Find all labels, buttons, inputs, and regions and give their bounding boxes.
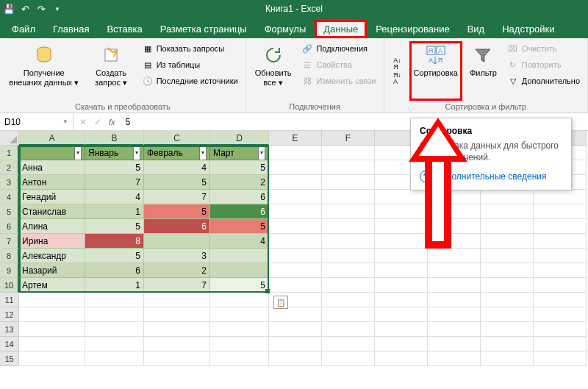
row-header[interactable]: 11 bbox=[0, 293, 19, 307]
cell[interactable] bbox=[481, 351, 534, 366]
cell[interactable] bbox=[322, 160, 375, 175]
cell[interactable] bbox=[481, 219, 534, 234]
cell[interactable] bbox=[19, 307, 85, 322]
row-header[interactable]: 8 bbox=[0, 249, 19, 263]
cell[interactable] bbox=[534, 337, 587, 351]
cell[interactable] bbox=[534, 234, 587, 249]
cell[interactable]: 3 bbox=[144, 249, 210, 263]
from-table-button[interactable]: ▤Из таблицы bbox=[139, 57, 241, 72]
cell[interactable] bbox=[375, 337, 428, 351]
cell[interactable] bbox=[481, 234, 534, 249]
cell[interactable]: 5 bbox=[144, 204, 210, 219]
tab-data[interactable]: Данные bbox=[315, 20, 367, 38]
cell[interactable] bbox=[375, 234, 428, 249]
cell[interactable] bbox=[269, 146, 322, 160]
cell[interactable] bbox=[85, 337, 144, 351]
cell[interactable]: Александр bbox=[19, 249, 85, 263]
cell[interactable] bbox=[322, 190, 375, 204]
cell[interactable] bbox=[144, 322, 210, 337]
cell[interactable] bbox=[85, 322, 144, 337]
redo-icon[interactable]: ↷ bbox=[35, 3, 47, 15]
cell[interactable] bbox=[481, 322, 534, 337]
connections-button[interactable]: 🔗Подключения bbox=[298, 41, 379, 56]
cell[interactable] bbox=[481, 307, 534, 322]
cell[interactable] bbox=[428, 263, 481, 278]
tab-file[interactable]: Файл bbox=[3, 20, 44, 38]
cell[interactable] bbox=[534, 322, 587, 337]
cell[interactable]: 7 bbox=[144, 278, 210, 293]
filter-dropdown-icon[interactable]: ▾ bbox=[133, 146, 140, 160]
cell[interactable] bbox=[269, 160, 322, 175]
table-header[interactable]: ▾ bbox=[19, 146, 85, 160]
row-header[interactable]: 10 bbox=[0, 278, 19, 293]
get-external-data-button[interactable]: Получение внешних данных ▾ bbox=[4, 41, 84, 101]
create-query-button[interactable]: Создать запрос ▾ bbox=[87, 41, 136, 101]
paste-options-icon[interactable]: 📋 bbox=[273, 296, 288, 309]
cell[interactable] bbox=[375, 249, 428, 263]
row-header[interactable]: 13 bbox=[0, 322, 19, 337]
cell[interactable] bbox=[269, 249, 322, 263]
cell[interactable]: 6 bbox=[210, 190, 269, 204]
tab-home[interactable]: Главная bbox=[44, 20, 98, 38]
cell[interactable] bbox=[322, 337, 375, 351]
enter-icon[interactable]: ✓ bbox=[94, 117, 101, 127]
cell[interactable] bbox=[144, 351, 210, 366]
cell[interactable]: 5 bbox=[210, 219, 269, 234]
row-header[interactable]: 4 bbox=[0, 190, 19, 204]
cell[interactable] bbox=[481, 293, 534, 307]
cell[interactable]: 1 bbox=[85, 204, 144, 219]
cell[interactable] bbox=[322, 175, 375, 190]
cell[interactable] bbox=[144, 337, 210, 351]
cell[interactable] bbox=[428, 219, 481, 234]
cell[interactable] bbox=[534, 249, 587, 263]
cell[interactable] bbox=[428, 278, 481, 293]
cell[interactable]: Алина bbox=[19, 219, 85, 234]
cell[interactable] bbox=[269, 307, 322, 322]
cell[interactable] bbox=[375, 219, 428, 234]
cell[interactable]: Назарий bbox=[19, 263, 85, 278]
col-header[interactable]: D bbox=[210, 131, 269, 146]
cell[interactable]: Станислав bbox=[19, 204, 85, 219]
cell[interactable] bbox=[144, 293, 210, 307]
cell[interactable] bbox=[428, 190, 481, 204]
cell[interactable]: 5 bbox=[85, 249, 144, 263]
cell[interactable] bbox=[428, 249, 481, 263]
cell[interactable]: 5 bbox=[210, 160, 269, 175]
cell[interactable] bbox=[144, 307, 210, 322]
cell[interactable] bbox=[269, 351, 322, 366]
cell[interactable]: 1 bbox=[85, 278, 144, 293]
recent-sources-button[interactable]: 🕓Последние источники bbox=[139, 74, 241, 88]
tab-addins[interactable]: Надстройки bbox=[493, 20, 563, 38]
col-header[interactable]: B bbox=[85, 131, 144, 146]
cell[interactable]: 6 bbox=[144, 219, 210, 234]
cell[interactable] bbox=[322, 219, 375, 234]
cell[interactable]: Ирина bbox=[19, 234, 85, 249]
cell[interactable] bbox=[322, 293, 375, 307]
row-header[interactable]: 14 bbox=[0, 337, 19, 351]
filter-dropdown-icon[interactable]: ▾ bbox=[199, 146, 207, 160]
cell[interactable] bbox=[322, 351, 375, 366]
cell[interactable] bbox=[322, 234, 375, 249]
cell[interactable] bbox=[375, 351, 428, 366]
table-header[interactable]: Февраль▾ bbox=[144, 146, 210, 160]
cell[interactable] bbox=[210, 249, 269, 263]
cell[interactable] bbox=[534, 351, 587, 366]
col-header[interactable]: C bbox=[144, 131, 210, 146]
tooltip-help-link[interactable]: ? Дополнительные сведения bbox=[420, 171, 562, 182]
cell[interactable] bbox=[85, 293, 144, 307]
cell[interactable] bbox=[322, 278, 375, 293]
cell[interactable] bbox=[269, 234, 322, 249]
cell[interactable]: 7 bbox=[144, 190, 210, 204]
cell[interactable]: 4 bbox=[85, 190, 144, 204]
sort-za-button[interactable]: Я↓А bbox=[389, 71, 406, 86]
cell[interactable]: 4 bbox=[144, 160, 210, 175]
cell[interactable] bbox=[375, 204, 428, 219]
row-header[interactable]: 15 bbox=[0, 351, 19, 366]
cell[interactable]: 6 bbox=[210, 204, 269, 219]
cell[interactable] bbox=[322, 322, 375, 337]
cell[interactable] bbox=[269, 263, 322, 278]
cell[interactable] bbox=[322, 249, 375, 263]
cell[interactable] bbox=[534, 190, 587, 204]
sort-button[interactable]: ЯААЯ Сортировка bbox=[409, 41, 462, 101]
cell[interactable] bbox=[322, 146, 375, 160]
